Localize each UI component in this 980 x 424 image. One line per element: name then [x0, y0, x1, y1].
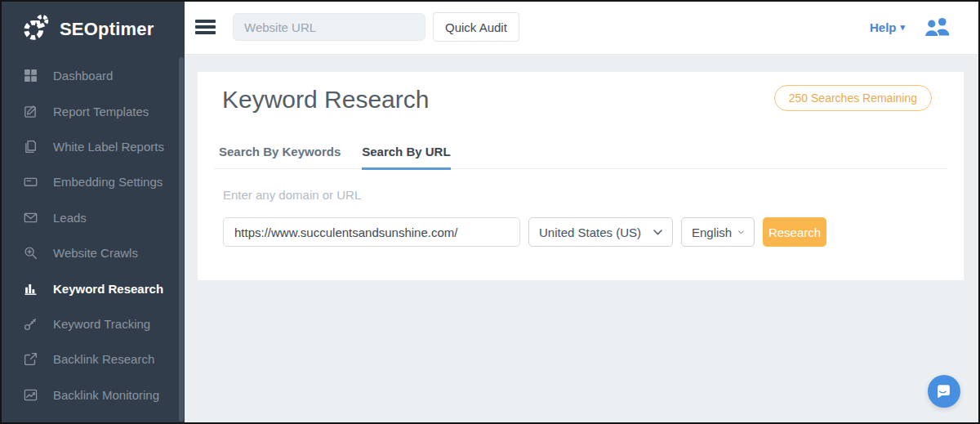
- sidebar-item-backlink-research[interactable]: Backlink Research: [0, 341, 185, 377]
- leads-icon: [23, 210, 38, 225]
- topbar-right: Help ▾: [870, 16, 980, 38]
- sidebar-item-report-templates[interactable]: Report Templates: [0, 93, 185, 128]
- white-label-reports-icon: [23, 139, 38, 154]
- sidebar-item-backlink-monitoring[interactable]: Backlink Monitoring: [0, 377, 185, 413]
- tab-search-by-keywords[interactable]: Search By Keywords: [219, 145, 341, 170]
- keyword-research-icon: [23, 281, 38, 296]
- sidebar-nav: Dashboard Report Templates White Label R…: [0, 58, 185, 413]
- sidebar: SEOptimer Dashboard Report Templates Whi…: [0, 0, 185, 424]
- tab-bar: Search By Keywords Search By URL: [214, 145, 947, 169]
- sidebar-item-keyword-research[interactable]: Keyword Research: [0, 270, 185, 306]
- keyword-tracking-icon: [23, 316, 38, 331]
- help-menu[interactable]: Help ▾: [870, 20, 905, 34]
- account-users-icon[interactable]: [924, 16, 951, 38]
- dashboard-icon: [23, 69, 38, 83]
- sidebar-item-keyword-tracking[interactable]: Keyword Tracking: [0, 306, 185, 341]
- sidebar-item-leads[interactable]: Leads: [0, 200, 185, 235]
- sidebar-item-dashboard[interactable]: Dashboard: [0, 58, 185, 93]
- main-content: Keyword Research 250 Searches Remaining …: [185, 56, 980, 424]
- menu-icon[interactable]: [195, 17, 216, 38]
- chevron-down-icon: [653, 230, 662, 235]
- chevron-down-icon: [738, 230, 744, 235]
- search-form: United States (US) English Research: [223, 217, 826, 247]
- chevron-down-icon: ▾: [900, 23, 905, 32]
- language-select[interactable]: English: [681, 217, 755, 247]
- quick-audit-button[interactable]: Quick Audit: [433, 12, 519, 42]
- embedding-settings-icon: [23, 175, 38, 190]
- website-url-input[interactable]: [233, 13, 425, 41]
- sidebar-item-white-label-reports[interactable]: White Label Reports: [0, 129, 185, 164]
- brand-logo[interactable]: SEOptimer: [0, 0, 185, 47]
- sidebar-scrollbar[interactable]: [179, 57, 184, 422]
- keyword-research-card: Keyword Research 250 Searches Remaining …: [198, 72, 964, 280]
- research-button[interactable]: Research: [763, 217, 826, 247]
- website-crawls-icon: [23, 246, 38, 261]
- backlink-monitoring-icon: [23, 387, 38, 402]
- gear-logo-icon: [21, 12, 52, 47]
- report-templates-icon: [23, 104, 38, 118]
- topbar: Quick Audit Help ▾: [185, 0, 980, 55]
- country-select[interactable]: United States (US): [528, 217, 673, 247]
- domain-field-label: Enter any domain or URL: [223, 188, 361, 202]
- brand-name: SEOptimer: [60, 19, 154, 40]
- domain-url-input[interactable]: [223, 217, 520, 247]
- searches-remaining-badge: 250 Searches Remaining: [774, 85, 932, 111]
- sidebar-item-embedding-settings[interactable]: Embedding Settings: [0, 164, 185, 199]
- backlink-research-icon: [23, 352, 38, 367]
- tab-search-by-url[interactable]: Search By URL: [362, 145, 450, 170]
- chat-bubble-icon: [935, 382, 953, 400]
- sidebar-item-website-crawls[interactable]: Website Crawls: [0, 235, 185, 270]
- page-title: Keyword Research: [222, 86, 429, 114]
- chat-launcher[interactable]: [928, 375, 960, 408]
